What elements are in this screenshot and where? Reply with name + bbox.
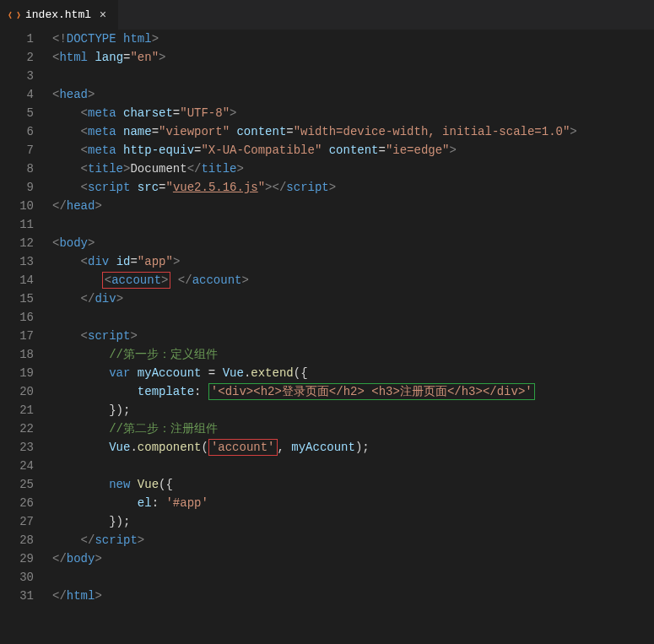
code-area[interactable]: <!DOCTYPE html> <html lang="en"> <head> … (49, 30, 654, 644)
code-line: </body> (52, 549, 654, 568)
tab-label: index.html (25, 8, 91, 21)
code-line: <!DOCTYPE html> (52, 30, 654, 48)
code-line: Vue.component('account', myAccount); (52, 438, 654, 457)
code-line: <head> (52, 85, 654, 104)
code-line (52, 215, 654, 234)
code-line: el: '#app' (52, 494, 654, 512)
code-line: </script> (52, 531, 654, 549)
highlight-box-red: 'account' (208, 439, 278, 456)
line-number-gutter: 12345 678910 1112131415 1617181920 21222… (0, 30, 49, 644)
code-line: </html> (52, 587, 654, 605)
code-line: var myAccount = Vue.extend({ (52, 364, 654, 382)
code-line: <meta name="viewport" content="width=dev… (52, 122, 654, 141)
code-line: <div id="app"> (52, 252, 654, 271)
html-file-icon (8, 9, 20, 21)
code-line: }); (52, 512, 654, 531)
code-line: <body> (52, 234, 654, 252)
code-line: <script src="vue2.5.16.js"></script> (52, 178, 654, 197)
tab-bar: index.html × (0, 0, 654, 30)
editor[interactable]: 12345 678910 1112131415 1617181920 21222… (0, 30, 654, 644)
code-line: template: '<div><h2>登录页面</h2> <h3>注册页面</… (52, 382, 654, 401)
code-line: }); (52, 401, 654, 419)
code-line: </div> (52, 290, 654, 308)
code-line: new Vue({ (52, 475, 654, 494)
code-line: //第一步：定义组件 (52, 345, 654, 364)
code-line: <meta http-equiv="X-UA-Compatible" conte… (52, 141, 654, 160)
code-line: <script> (52, 327, 654, 345)
highlight-box-red: <account> (102, 272, 171, 289)
code-line: //第二步：注册组件 (52, 419, 654, 438)
code-line: <html lang="en"> (52, 48, 654, 67)
code-line (52, 67, 654, 85)
code-line (52, 568, 654, 587)
code-line (52, 308, 654, 327)
code-line (52, 457, 654, 475)
code-line: <title>Document</title> (52, 160, 654, 178)
tab-index-html[interactable]: index.html × (0, 0, 119, 30)
code-line: </head> (52, 197, 654, 215)
code-line: <meta charset="UTF-8"> (52, 104, 654, 122)
highlight-box-green: '<div><h2>登录页面</h2> <h3>注册页面</h3></div>' (208, 383, 535, 400)
code-line: <account> </account> (52, 271, 654, 290)
close-icon[interactable]: × (96, 8, 110, 22)
